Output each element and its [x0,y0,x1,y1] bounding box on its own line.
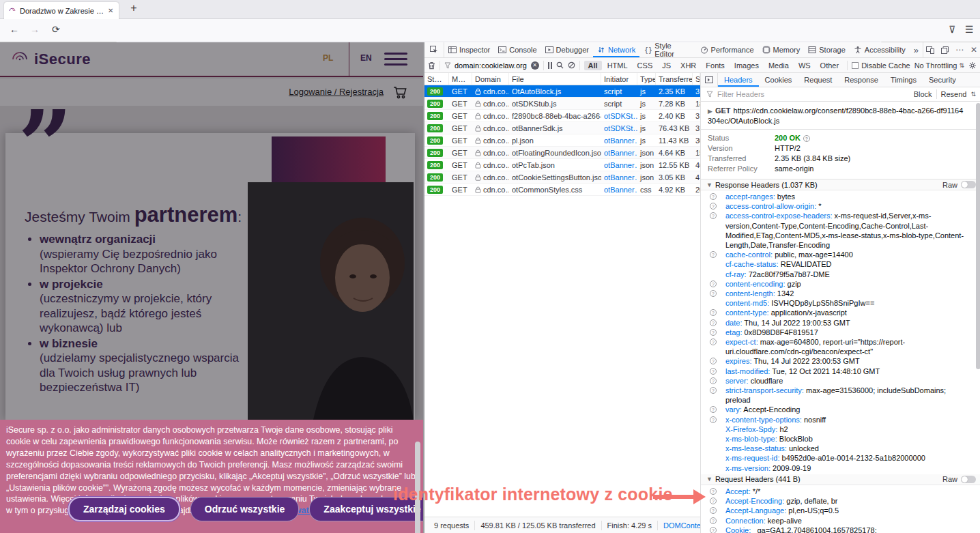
help-icon[interactable]: ? [710,507,717,514]
clear-requests-trash-icon[interactable] [428,61,435,70]
resend-dropdown-icon[interactable]: ⇅ [970,91,976,98]
toggle-switch-icon[interactable] [961,476,976,483]
detail-scrollbar[interactable] [976,103,980,369]
header-name[interactable]: Accept-Encoding: [725,497,786,505]
type-filter-xhr[interactable]: XHR [676,61,700,70]
collapse-triangle-icon[interactable]: ▼ [706,476,712,482]
header-name[interactable]: x-ms-lease-status: [725,444,789,452]
initiator-cell[interactable]: otSDKSt… [601,124,637,132]
header-name[interactable]: Accept: [725,487,753,495]
tab-network[interactable]: Network [593,42,639,57]
detail-tab-security[interactable]: Security [923,73,962,87]
request-url-block[interactable]: ▶GEThttps://cdn.cookielaw.org/consent/f2… [701,102,980,130]
tab-debugger[interactable]: Debugger [541,42,593,57]
more-tabs-chevron-icon[interactable]: » [910,42,923,57]
tab-performance[interactable]: Performance [696,42,758,57]
header-name[interactable]: access-control-allow-origin: [725,202,818,210]
type-filter-other[interactable]: Other [816,61,844,70]
table-row[interactable]: 200GETcdn.co…otCommonStyles.cssotBanner…… [424,184,700,196]
toggle-switch-icon[interactable] [961,181,976,188]
column-header[interactable]: St… [424,73,449,85]
help-icon[interactable]: ? [710,527,717,533]
network-settings-gear-icon[interactable] [968,61,977,70]
forward-icon[interactable]: → [30,24,40,35]
network-table-header[interactable]: St…M…DomainFileInitiatorTypeTransferredS… [424,73,700,85]
initiator-cell[interactable]: otBanner… [601,149,637,157]
menu-hamburger-icon[interactable]: ☰ [965,24,974,35]
tab-storage[interactable]: Storage [804,42,850,57]
initiator-cell[interactable]: otSDKSt… [601,112,637,120]
header-name[interactable]: x-content-type-options: [725,416,804,424]
header-name[interactable]: strict-transport-security: [725,386,806,394]
initiator-cell[interactable]: otBanner… [601,186,637,194]
help-icon[interactable]: ? [710,517,717,524]
header-name[interactable]: Connection: [725,517,768,525]
table-row[interactable]: 200GETcdn.co…otBannerSdk.jsotSDKSt…js76.… [424,122,700,134]
split-panel-toggle-icon[interactable] [701,73,718,87]
help-icon[interactable]: ? [710,280,717,287]
resend-button[interactable]: Resend [941,90,967,98]
raw-toggle-request[interactable]: Raw [942,475,976,483]
type-filter-images[interactable]: Images [730,61,763,70]
detail-tab-cookies[interactable]: Cookies [759,73,798,87]
detail-tab-request[interactable]: Request [798,73,838,87]
reload-icon[interactable]: ⟳ [52,24,60,35]
initiator-cell[interactable]: otBanner… [601,161,637,169]
header-name[interactable]: etag: [725,328,745,336]
help-icon[interactable]: ? [710,358,717,364]
type-filter-css[interactable]: CSS [633,61,657,70]
expand-triangle-icon[interactable]: ▶ [708,108,712,115]
table-row[interactable]: 200GETcdn.co…otCookieSettingsButton.json… [424,171,700,184]
throttling-dropdown[interactable]: No Throttling⇅ [914,61,964,70]
help-icon[interactable]: ? [710,203,717,210]
column-header[interactable]: Size [693,73,700,85]
back-icon[interactable]: ← [10,24,19,35]
header-name[interactable]: x-ms-version: [725,464,773,472]
manage-cookies-button[interactable]: Zarządzaj cookies [68,497,180,521]
new-tab-button[interactable]: + [126,2,142,14]
request-filter-input[interactable]: domain:cookielaw.org ✕ [444,61,539,70]
help-icon[interactable]: ? [710,329,717,336]
table-row[interactable]: 200GETcdn.co…f2890bc8-88eb-4bac-a266-df9… [424,110,700,122]
initiator-cell[interactable]: otBanner… [601,173,637,182]
browser-tab[interactable]: Doradztwo w Zakresie Ochrony Danych ✕ [4,2,119,19]
help-icon[interactable]: ? [710,488,717,495]
search-icon[interactable] [556,61,564,69]
reject-all-button[interactable]: Odrzuć wszystkie [190,497,300,521]
header-name[interactable]: x-ms-request-id: [725,454,782,462]
detail-tab-timings[interactable]: Timings [884,73,923,87]
type-filter-fonts[interactable]: Fonts [702,61,729,70]
header-name[interactable]: content-encoding: [725,280,788,288]
clear-filter-icon[interactable]: ✕ [531,61,539,70]
table-row[interactable]: 200GETcdn.co…otSDKStub.jsscriptjs7.28 KB… [424,98,700,110]
header-name[interactable]: content-type: [725,308,771,317]
help-icon[interactable]: ? [710,498,717,504]
header-name[interactable]: date: [725,319,744,327]
table-row[interactable]: 200GETcdn.co…OtAutoBlock.jsscriptjs2.35 … [424,85,700,98]
header-name[interactable]: accept-ranges: [725,192,777,201]
type-filter-media[interactable]: Media [764,61,793,70]
help-icon[interactable]: ? [710,368,717,375]
header-name[interactable]: x-ms-blob-type: [725,435,779,443]
responsive-design-icon[interactable] [926,46,934,54]
header-name[interactable]: access-control-expose-headers: [725,212,835,220]
tab-console[interactable]: Console [494,42,541,57]
help-icon[interactable]: ? [710,377,717,384]
pick-element-button[interactable] [424,42,444,57]
help-icon[interactable]: ? [710,319,717,326]
table-row[interactable]: 200GETcdn.co…otFloatingRoundedIcon.jsono… [424,147,700,159]
tab-inspector[interactable]: Inspector [444,42,494,57]
disable-cache-checkbox[interactable]: Disable Cache [852,61,910,70]
separate-window-icon[interactable] [941,46,949,54]
header-name[interactable]: vary: [725,405,743,414]
type-filter-ws[interactable]: WS [794,61,815,70]
tab-memory[interactable]: Memory [758,42,805,57]
request-headers-section-bar[interactable]: ▼ Request Headers (441 B) Raw [701,474,980,485]
table-row[interactable]: 200GETcdn.co…pl.jsonotBanner…js11.43 KB3… [424,134,700,147]
help-icon[interactable]: ? [710,193,717,200]
block-requests-icon[interactable] [568,61,575,69]
header-name[interactable]: X-Firefox-Spdy: [725,425,779,433]
tab-style-editor[interactable]: {}Style Editor [639,42,695,57]
column-header[interactable]: Initiator [601,73,637,85]
help-icon[interactable]: ? [803,135,810,142]
